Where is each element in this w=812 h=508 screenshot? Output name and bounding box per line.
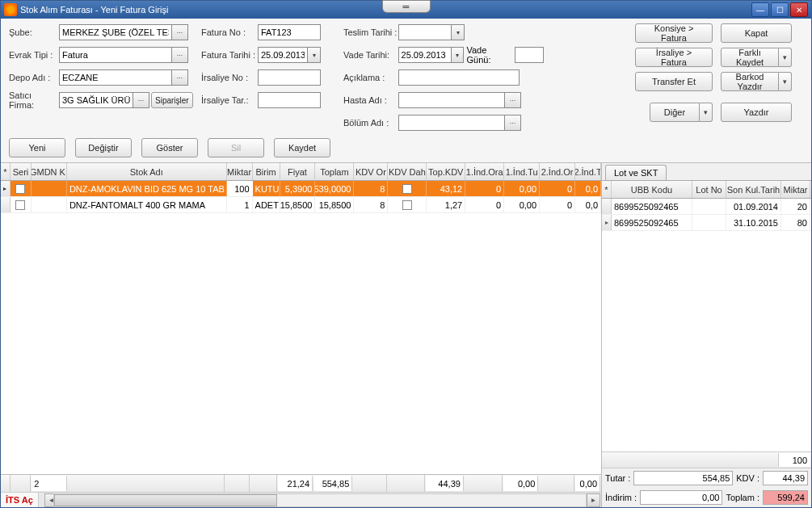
cell-topkdv[interactable]: 43,12 — [427, 181, 465, 196]
lot-cell-lot[interactable] — [692, 199, 726, 214]
depo-lookup-button[interactable]: ··· — [172, 69, 188, 86]
cell-2io[interactable]: 0 — [540, 181, 575, 196]
lot-row[interactable]: 869952509246501.09.201420 — [602, 199, 811, 215]
sil-button[interactable]: Sil — [208, 138, 264, 157]
lot-gh-ubb[interactable]: UBB Kodu — [612, 181, 692, 198]
gh-2it[interactable]: 2.İnd.T — [575, 163, 601, 180]
scrollbar-thumb[interactable] — [54, 494, 277, 506]
maximize-button[interactable]: ☐ — [771, 2, 789, 17]
lot-cell-skt[interactable]: 01.09.2014 — [726, 199, 781, 214]
cell-1it[interactable]: 0,00 — [504, 181, 540, 196]
cell-1it[interactable]: 0,00 — [504, 197, 540, 212]
aciklama-input[interactable] — [398, 69, 520, 86]
cell-kdvd[interactable] — [388, 197, 427, 212]
lot-gh-lot[interactable]: Lot No — [692, 181, 726, 198]
sube-lookup-button[interactable]: ··· — [172, 24, 188, 40]
kapat-button[interactable]: Kapat — [721, 23, 792, 43]
cell-kdvo[interactable]: 8 — [354, 181, 388, 196]
gh-topkdv[interactable]: Top.KDV — [427, 163, 465, 180]
irsno-input[interactable] — [258, 69, 321, 86]
diger-dropdown[interactable] — [700, 103, 713, 122]
bolum-lookup-button[interactable]: ··· — [505, 115, 521, 131]
lot-cell-skt[interactable]: 31.10.2015 — [726, 215, 781, 230]
kaydet-button[interactable]: Kaydet — [274, 138, 330, 157]
cell-birim[interactable]: ADET — [253, 197, 280, 212]
lot-row[interactable]: ▸869952509246531.10.201580 — [602, 215, 811, 231]
gh-gmdn[interactable]: GMDN Kı — [32, 163, 67, 180]
vade-dropdown[interactable] — [452, 47, 465, 63]
cell-gmdn[interactable] — [32, 181, 67, 196]
its-button[interactable]: İTS Aç — [1, 493, 39, 507]
konsiye-button[interactable]: Konsiye > Fatura — [635, 23, 713, 43]
table-row[interactable]: DNZ-FANTOMALT 400 GR MAMA1ADET15,850015,… — [1, 197, 601, 213]
gh-birim[interactable]: Birim — [253, 163, 280, 180]
scrollbar[interactable] — [53, 493, 587, 507]
cell-gmdn[interactable] — [32, 197, 67, 212]
lot-cell-ubb[interactable]: 8699525092465 — [612, 199, 692, 214]
minimize-button[interactable]: — — [751, 2, 769, 17]
evrak-lookup-button[interactable]: ··· — [172, 47, 188, 63]
cell-stok[interactable]: DNZ-AMOKLAVIN BID 625 MG 10 TAB — [67, 181, 227, 196]
gh-kdvd[interactable]: KDV Dah — [388, 163, 427, 180]
degistir-button[interactable]: Değiştir — [75, 138, 132, 157]
vade-input[interactable] — [398, 47, 452, 63]
faturatr-input[interactable] — [258, 47, 308, 63]
cell-1io[interactable]: 0 — [465, 197, 504, 212]
gh-1io[interactable]: 1.İnd.Ora — [465, 163, 504, 180]
cell-2io[interactable]: 0 — [540, 197, 575, 212]
checkbox-icon[interactable] — [15, 184, 25, 194]
farkli-kaydet-button[interactable]: Farklı Kaydet — [721, 48, 779, 67]
gh-toplam[interactable]: Toplam — [315, 163, 354, 180]
cell-2it[interactable]: 0,0 — [575, 197, 601, 212]
cell-seri[interactable] — [11, 181, 32, 196]
lot-cell-ubb[interactable]: 8699525092465 — [612, 215, 692, 230]
checkbox-icon[interactable] — [402, 184, 412, 194]
cell-kdvd[interactable] — [388, 181, 427, 196]
gh-indicator[interactable]: * — [1, 163, 11, 180]
gh-2io[interactable]: 2.İnd.Or — [540, 163, 575, 180]
cell-miktar[interactable]: 1 — [227, 197, 253, 212]
faturatr-dropdown[interactable] — [308, 47, 321, 63]
gh-miktar[interactable]: Miktar — [227, 163, 253, 180]
satici-input[interactable] — [59, 92, 133, 108]
siparisler-button[interactable]: Siparişler — [151, 92, 193, 108]
kdv-value[interactable] — [763, 471, 808, 485]
sube-input[interactable] — [59, 24, 172, 40]
irstr-input[interactable] — [258, 92, 321, 108]
yazdir-button[interactable]: Yazdır — [721, 103, 792, 122]
transfer-button[interactable]: Transfer Et — [635, 72, 713, 91]
cell-fiyat[interactable]: 5,3900 — [280, 181, 316, 196]
lot-gh-ind[interactable]: * — [602, 181, 612, 198]
lot-cell-mik[interactable]: 20 — [781, 199, 810, 214]
irsaliye-fatura-button[interactable]: İrsaliye > Fatura — [635, 48, 713, 67]
diger-button[interactable]: Diğer — [650, 103, 700, 122]
cell-miktar[interactable]: 100 — [227, 181, 253, 196]
toplam-value[interactable] — [763, 490, 808, 505]
grid-body[interactable]: ▸DNZ-AMOKLAVIN BID 625 MG 10 TAB100KUTU5… — [1, 181, 601, 474]
satici-lookup-button[interactable]: ··· — [133, 92, 149, 108]
indirim-value[interactable] — [640, 490, 722, 505]
lot-gh-mik[interactable]: Miktar — [781, 181, 810, 198]
bolum-input[interactable] — [398, 115, 505, 131]
lot-gh-skt[interactable]: Son Kul.Tarih — [726, 181, 781, 198]
goster-button[interactable]: Göster — [141, 138, 198, 157]
depo-input[interactable] — [59, 69, 172, 86]
gh-fiyat[interactable]: Fiyat — [280, 163, 316, 180]
tutar-value[interactable] — [633, 471, 733, 485]
hasta-input[interactable] — [398, 92, 505, 108]
barkod-dropdown[interactable] — [779, 72, 792, 91]
checkbox-icon[interactable] — [15, 200, 25, 210]
cell-birim[interactable]: KUTU — [253, 181, 280, 196]
cell-toplam[interactable]: 15,8500 — [315, 197, 354, 212]
gh-kdvo[interactable]: KDV Or — [354, 163, 388, 180]
farkli-dropdown[interactable] — [779, 48, 792, 67]
scroll-right[interactable]: ► — [587, 493, 600, 507]
lot-body[interactable]: 869952509246501.09.201420▸86995250924653… — [602, 199, 811, 451]
cell-fiyat[interactable]: 15,8500 — [280, 197, 316, 212]
faturano-input[interactable] — [258, 24, 321, 40]
cell-topkdv[interactable]: 1,27 — [427, 197, 465, 212]
close-button[interactable]: ✕ — [790, 2, 808, 17]
vadegun-input[interactable] — [515, 47, 544, 63]
cell-seri[interactable] — [11, 197, 32, 212]
tab-lot-skt[interactable]: Lot ve SKT — [605, 165, 667, 180]
